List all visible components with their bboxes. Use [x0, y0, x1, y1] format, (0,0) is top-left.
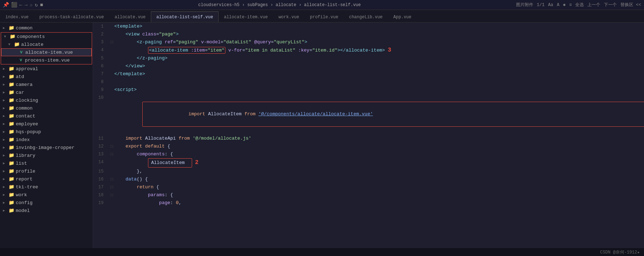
- page-info: 1/1: [537, 3, 545, 8]
- sidebar-item-car[interactable]: ▶ 📁 car: [0, 88, 93, 96]
- next-btn[interactable]: 下一个: [604, 2, 617, 8]
- code-line-18: 18 □ params: {: [93, 191, 644, 199]
- folder-icon: 📁: [10, 34, 15, 39]
- sidebar-item-components[interactable]: ▼ 📁 components: [1, 33, 92, 40]
- arrow-icon: ▶: [3, 106, 7, 110]
- tab-profile[interactable]: profile.vue: [305, 11, 344, 22]
- arrow-icon: ▶: [3, 193, 7, 197]
- annotation-3: 3: [388, 47, 391, 53]
- folder-icon: 📁: [9, 74, 14, 79]
- star-icon[interactable]: ☆: [30, 2, 33, 8]
- sidebar-item-hqs-popup[interactable]: ▶ 📁 hqs-popup: [0, 128, 93, 136]
- font-size-icon[interactable]: Aa: [548, 3, 553, 8]
- folder-icon: 📁: [9, 105, 14, 111]
- tab-allocate[interactable]: allocate.vue: [109, 11, 151, 22]
- arrow-icon: ▶: [3, 26, 7, 30]
- code-line-9: 9 <script>: [93, 86, 644, 94]
- credit-text: CSDN @奈何-1912★: [600, 249, 640, 255]
- font-bold-icon[interactable]: A: [557, 3, 559, 8]
- folder-icon: 📁: [9, 208, 14, 213]
- sidebar-item-process-item-vue[interactable]: V process-item.vue: [1, 56, 92, 64]
- sidebar-item-common-top[interactable]: ▶ 📁 common: [0, 24, 93, 32]
- sidebar-item-clocking[interactable]: ▶ 📁 clocking: [0, 96, 93, 104]
- code-line-7: 7 </template>: [93, 70, 644, 78]
- code-line-2: 2 <view class="page">: [93, 30, 644, 38]
- folder-icon: 📁: [9, 176, 14, 182]
- code-line-14: 14 AllocateItem2: [93, 158, 644, 168]
- code-line-19: 19 page: 0,: [93, 199, 644, 207]
- folder-icon: 📁: [9, 145, 14, 150]
- menu-icon[interactable]: ≡: [569, 3, 572, 8]
- arrow-icon: ▶: [3, 169, 7, 173]
- folder-icon: 📁: [14, 42, 20, 47]
- folder-icon: 📁: [9, 192, 14, 198]
- tab-allocate-list-self[interactable]: allocate-list-self.vue: [151, 11, 218, 22]
- sidebar-item-library[interactable]: ▶ 📁 library: [0, 151, 93, 159]
- vue-file-icon: V: [20, 58, 22, 62]
- tab-app[interactable]: App.vue: [388, 11, 417, 22]
- arrow-icon: ▶: [3, 82, 7, 87]
- sidebar-item-allocate-item-vue[interactable]: V allocate-item.vue: [1, 48, 92, 56]
- folder-icon: 📁: [9, 137, 14, 143]
- arrow-icon: ▶: [3, 122, 7, 126]
- sidebar-item-allocate[interactable]: ▼ 📁 allocate: [1, 40, 92, 48]
- prev-btn[interactable]: 上一个: [587, 2, 600, 8]
- tab-changelib[interactable]: changeLib.vue: [344, 11, 388, 22]
- code-area: 1 <template> 2 <view class="page"> 3 □ <…: [93, 23, 644, 248]
- sidebar-item-employee[interactable]: ▶ 📁 employee: [0, 120, 93, 128]
- tab-index[interactable]: index.vue: [0, 11, 34, 22]
- code-line-1: 1 <template>: [93, 23, 644, 30]
- arrow-icon: ▶: [3, 185, 7, 189]
- vue-file-icon: V: [20, 50, 23, 54]
- arrow-icon: ▶: [3, 201, 7, 205]
- sidebar: ▶ 📁 common ▼ 📁 components ▼ 📁 allocate V…: [0, 23, 93, 248]
- sidebar-item-tki-tree[interactable]: ▶ 📁 tki-tree: [0, 183, 93, 191]
- replace-btn[interactable]: 替换区 <<: [620, 2, 641, 8]
- sidebar-item-report[interactable]: ▶ 📁 report: [0, 175, 93, 183]
- sidebar-item-approval[interactable]: ▶ 📁 approval: [0, 65, 93, 73]
- arrow-down-icon: ▼: [8, 43, 13, 47]
- files-icon[interactable]: ⬛: [11, 2, 17, 8]
- select-all-btn[interactable]: 全选: [575, 2, 584, 8]
- folder-icon: 📁: [9, 200, 14, 206]
- tab-work[interactable]: work.vue: [273, 11, 305, 22]
- folder-icon: 📁: [9, 184, 14, 190]
- sidebar-item-list[interactable]: ▶ 📁 list: [0, 159, 93, 167]
- sidebar-item-index[interactable]: ▶ 📁 index: [0, 136, 93, 144]
- sidebar-item-atd[interactable]: ▶ 📁 atd: [0, 73, 93, 81]
- sidebar-item-common2[interactable]: ▶ 📁 common: [0, 104, 93, 112]
- sidebar-item-contact[interactable]: ▶ 📁 contact: [0, 112, 93, 120]
- arrow-icon: ▶: [3, 98, 7, 102]
- folder-icon: 📁: [9, 66, 14, 72]
- arrow-icon: ▶: [3, 161, 7, 165]
- sidebar-item-camera[interactable]: ▶ 📁 camera: [0, 81, 93, 88]
- sidebar-item-model[interactable]: ▶ 📁 model: [0, 207, 93, 214]
- sidebar-item-config[interactable]: ▶ 📁 config: [0, 199, 93, 207]
- tab-process-task[interactable]: process-task-allocate.vue: [34, 11, 109, 22]
- sidebar-item-profile[interactable]: ▶ 📁 profile: [0, 167, 93, 175]
- folder-icon: 📁: [9, 160, 14, 166]
- tab-allocate-item[interactable]: allocate-item.vue: [219, 11, 273, 22]
- folder-icon: 📁: [9, 129, 14, 135]
- code-line-16: 16 □ data() {: [93, 175, 644, 183]
- folder-icon: 📁: [9, 25, 14, 31]
- tabs-bar: index.vue process-task-allocate.vue allo…: [0, 10, 644, 23]
- folder-icon: 📁: [9, 113, 14, 119]
- code-line-11: 11 import AllocateApi from '@/model/allo…: [93, 135, 644, 143]
- sidebar-item-invinbg[interactable]: ▶ 📁 invinbg-image-cropper: [0, 144, 93, 151]
- home-icon[interactable]: ■: [40, 2, 43, 8]
- folder-icon: 📁: [9, 90, 14, 95]
- main-layout: ▶ 📁 common ▼ 📁 components ▼ 📁 allocate V…: [0, 23, 644, 248]
- arrow-icon: ▶: [3, 145, 7, 150]
- arrow-icon: ▶: [3, 130, 7, 134]
- arrow-icon: ▶: [3, 137, 7, 142]
- sidebar-item-work[interactable]: ▶ 📁 work: [0, 191, 93, 199]
- settings-icon[interactable]: ✱: [563, 2, 566, 8]
- code-line-13: 13 □ components: {: [93, 150, 644, 158]
- back-icon[interactable]: ←: [19, 2, 22, 8]
- pin-icon[interactable]: 📌: [3, 2, 9, 8]
- refresh-icon[interactable]: ↻: [35, 2, 38, 8]
- forward-icon[interactable]: →: [24, 2, 27, 8]
- bottom-bar: CSDN @奈何-1912★: [0, 248, 644, 256]
- arrow-icon: ▶: [3, 114, 7, 118]
